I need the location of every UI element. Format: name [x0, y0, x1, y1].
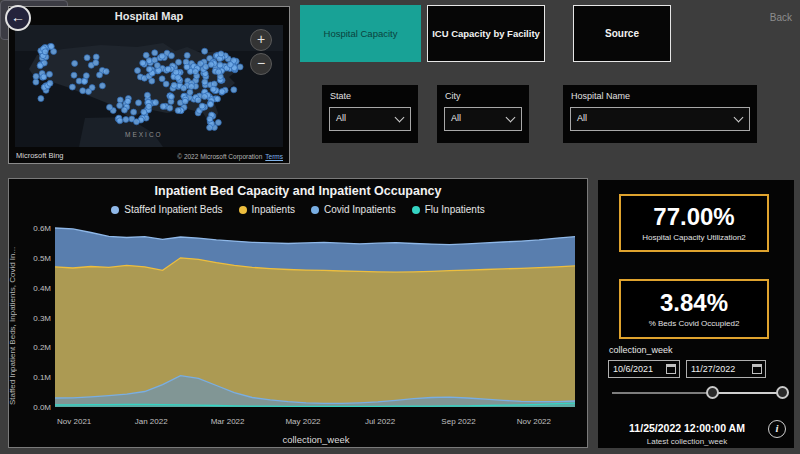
- calendar-icon[interactable]: [752, 364, 762, 374]
- kpi-panel: 77.00% Hospital Capacity Utilization2 3.…: [598, 180, 794, 448]
- back-arrow-icon: ←: [5, 5, 31, 31]
- state-filter-panel: State All: [322, 85, 418, 143]
- svg-text:Nov 2022: Nov 2022: [517, 417, 552, 426]
- legend-item-covid-inpatients[interactable]: Covid Inpatients: [311, 204, 396, 215]
- map-title: Hospital Map: [9, 10, 289, 22]
- legend-dot-staffed-beds: [111, 206, 119, 214]
- svg-text:0.3M: 0.3M: [33, 314, 51, 323]
- icu-capacity-tab[interactable]: ICU Capacity by Facility: [427, 5, 545, 62]
- legend-item-flu-inpatients[interactable]: Flu Inpatients: [412, 204, 485, 215]
- zoom-in-button[interactable]: +: [250, 29, 272, 51]
- svg-text:Jan 2022: Jan 2022: [135, 417, 168, 426]
- start-date-value: 10/6/2021: [613, 364, 653, 374]
- inpatient-chart-panel: Inpatient Bed Capacity and Inpatient Occ…: [8, 178, 588, 448]
- source-tab[interactable]: Source: [573, 5, 671, 62]
- collection-week-slicer-label: collection_week: [609, 345, 673, 355]
- svg-text:Mar 2022: Mar 2022: [211, 417, 245, 426]
- svg-text:Sep 2022: Sep 2022: [441, 417, 476, 426]
- state-filter-label: State: [330, 91, 351, 101]
- hospital-capacity-tab[interactable]: Hospital Capacity: [300, 5, 421, 62]
- latest-collection-week-label: Latest collection_week: [598, 437, 776, 446]
- legend-dot-inpatients: [239, 206, 247, 214]
- end-date-value: 11/27/2022: [691, 364, 735, 374]
- hospital-dashboard: Hospital Map MEXICO + − Microsoft Bing ©…: [0, 0, 800, 454]
- svg-text:0.4M: 0.4M: [33, 284, 51, 293]
- inpatient-occupancy-area-chart[interactable]: 0.0M0.1M0.2M0.3M0.4M0.5M0.6MNov 2021Jan …: [19, 223, 581, 433]
- legend-label: Staffed Inpatient Beds: [124, 204, 222, 215]
- legend-label: Inpatients: [252, 204, 295, 215]
- chart-legend: Staffed Inpatient Beds Inpatients Covid …: [9, 204, 587, 215]
- copyright-text: © 2022 Microsoft Corporation: [177, 153, 262, 160]
- date-range-start-input[interactable]: 10/6/2021: [608, 360, 680, 378]
- capacity-utilization-label: Hospital Capacity Utilization2: [642, 233, 746, 242]
- latest-collection-week-value: 11/25/2022 12:00:00 AM: [598, 422, 776, 434]
- covid-occupied-card: 3.84% % Beds Covid Occupied2: [619, 279, 769, 339]
- us-map[interactable]: MEXICO: [15, 25, 283, 147]
- svg-text:May 2022: May 2022: [285, 417, 321, 426]
- chart-title: Inpatient Bed Capacity and Inpatient Occ…: [9, 184, 587, 198]
- covid-occupied-label: % Beds Covid Occupied2: [649, 319, 740, 328]
- city-dropdown-value: All: [451, 113, 461, 123]
- info-icon[interactable]: i: [768, 420, 786, 438]
- map-attribution: © 2022 Microsoft CorporationTerms: [177, 153, 283, 160]
- legend-label: Covid Inpatients: [324, 204, 396, 215]
- calendar-icon[interactable]: [666, 364, 676, 374]
- city-filter-label: City: [445, 91, 461, 101]
- svg-text:Jul 2022: Jul 2022: [365, 417, 396, 426]
- date-range-slider-selection[interactable]: [712, 392, 782, 394]
- svg-text:0.6M: 0.6M: [33, 224, 51, 233]
- legend-item-inpatients[interactable]: Inpatients: [239, 204, 295, 215]
- state-dropdown[interactable]: All: [329, 107, 411, 131]
- svg-text:MEXICO: MEXICO: [125, 131, 163, 138]
- legend-label: Flu Inpatients: [425, 204, 485, 215]
- svg-text:0.2M: 0.2M: [33, 343, 51, 352]
- city-dropdown[interactable]: All: [444, 107, 522, 131]
- chevron-down-icon: [395, 113, 405, 123]
- city-filter-panel: City All: [437, 85, 529, 143]
- hospital-map-panel: Hospital Map MEXICO + − Microsoft Bing ©…: [8, 6, 290, 164]
- covid-occupied-value: 3.84%: [660, 290, 728, 316]
- hospital-name-dropdown-value: All: [577, 113, 587, 123]
- state-dropdown-value: All: [336, 113, 346, 123]
- terms-link[interactable]: Terms: [265, 153, 283, 160]
- legend-dot-covid-inpatients: [311, 206, 319, 214]
- capacity-utilization-value: 77.00%: [653, 204, 734, 230]
- capacity-utilization-card: 77.00% Hospital Capacity Utilization2: [619, 194, 769, 252]
- back-label: Back: [770, 12, 792, 23]
- legend-dot-flu-inpatients: [412, 206, 420, 214]
- svg-text:0.5M: 0.5M: [33, 254, 51, 263]
- bing-logo: Microsoft Bing: [16, 151, 64, 160]
- hospital-name-filter-label: Hospital Name: [571, 91, 630, 101]
- chevron-down-icon: [506, 113, 516, 123]
- svg-text:Nov 2021: Nov 2021: [57, 417, 92, 426]
- x-axis-label: collection_week: [49, 434, 583, 445]
- zoom-out-button[interactable]: −: [250, 53, 272, 75]
- range-slider-end-handle[interactable]: [776, 386, 789, 399]
- legend-item-staffed-beds[interactable]: Staffed Inpatient Beds: [111, 204, 222, 215]
- date-range-end-input[interactable]: 11/27/2022: [686, 360, 766, 378]
- hospital-name-filter-panel: Hospital Name All: [563, 85, 757, 143]
- range-slider-start-handle[interactable]: [706, 386, 719, 399]
- chevron-down-icon: [734, 113, 744, 123]
- svg-text:0.0M: 0.0M: [33, 403, 51, 412]
- svg-text:0.1M: 0.1M: [33, 373, 51, 382]
- hospital-name-dropdown[interactable]: All: [570, 107, 750, 131]
